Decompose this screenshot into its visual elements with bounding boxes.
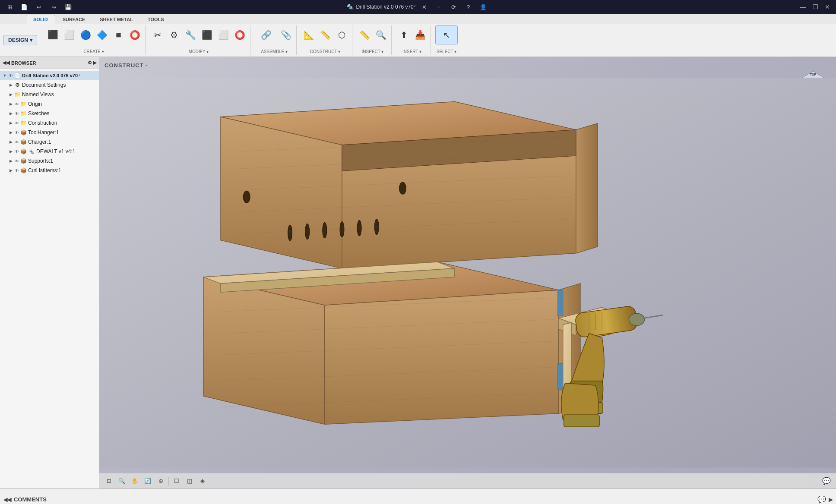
comments-expand-icon[interactable]: ▶ (829, 497, 833, 503)
ribbon: SOLID SURFACE SHEET METAL TOOLS DESIGN ▾… (0, 14, 836, 57)
insert-more-btn[interactable]: 📥 (412, 25, 428, 44)
save-btn[interactable]: 💾 (62, 1, 74, 13)
assemble-more-btn[interactable]: 📎 (278, 25, 294, 44)
browser-settings-icon[interactable]: ⚙ (88, 60, 92, 66)
inspect-interference-btn[interactable]: 🔍 (373, 25, 389, 44)
tree-icon-named-views: 📁 (14, 91, 21, 98)
file-menu-icon[interactable]: 📄 (18, 1, 30, 13)
create-revolve-btn[interactable]: 🔵 (78, 25, 93, 44)
construct-axis-btn[interactable]: 📏 (317, 25, 333, 44)
tree-item-supports[interactable]: ▶ 👁 📦 Supports:1 (0, 156, 99, 166)
inspect-icons: 📏 🔍 (357, 25, 389, 44)
tree-item-doc-settings[interactable]: ▶ ⚙ Document Settings (0, 80, 99, 90)
tree-item-charger[interactable]: ▶ 👁 📦 Charger:1 (0, 137, 99, 147)
tree-arrow-cutlistitems[interactable]: ▶ (8, 167, 14, 173)
more-create-icon: ⭕ (130, 30, 140, 40)
visibility-icon-root[interactable]: 👁 (8, 72, 14, 79)
pan-btn[interactable]: ✋ (129, 476, 141, 487)
tree-item-sketches[interactable]: ▶ 👁 📁 Sketches (0, 109, 99, 118)
create-new-component-btn[interactable]: ⬛ (45, 25, 60, 44)
tree-item-named-views[interactable]: ▶ 📁 Named Views (0, 90, 99, 99)
tree-item-root[interactable]: ▼ 👁 📄 Drill Station v2.0 076 v70 • (0, 71, 99, 80)
insert-icon: ⬆ (400, 30, 408, 40)
modify-chamfer-btn[interactable]: 🔧 (183, 25, 198, 44)
tree-icon-dewalt: 📦 (20, 148, 27, 155)
title-refresh-icon[interactable]: ⟳ (448, 1, 460, 13)
comments-collapse-icon[interactable]: ◀◀ (3, 497, 11, 503)
tree-arrow-root[interactable]: ▼ (2, 72, 8, 79)
maximize-btn[interactable]: ❐ (810, 2, 820, 12)
visibility-icon-cutlistitems[interactable]: 👁 (14, 167, 20, 173)
modify-press-pull-btn[interactable]: ✂ (150, 25, 165, 44)
title-bar-right: — ❐ ✕ (798, 2, 833, 12)
tree-arrow-construction[interactable]: ▶ (8, 120, 14, 126)
zoom-extent-btn[interactable]: ⊕ (155, 476, 167, 487)
construct-plane-btn[interactable]: 📐 (301, 25, 317, 44)
modify-more-btn[interactable]: ⭕ (232, 25, 247, 44)
insert-btn[interactable]: ⬆ (396, 25, 412, 44)
create-sweep-btn[interactable]: 🔷 (94, 25, 110, 44)
visibility-icon-toolhanger[interactable]: 👁 (14, 129, 20, 135)
create-loft-btn[interactable]: ◾ (111, 25, 126, 44)
visibility-icon-construction[interactable]: 👁 (14, 120, 20, 126)
display-mode-btn[interactable]: ☐ (171, 476, 183, 487)
browser-collapse-icon[interactable]: ◀◀ (3, 60, 10, 66)
redo-btn[interactable]: ↪ (48, 1, 60, 13)
modify-scale-btn[interactable]: ⬜ (215, 25, 231, 44)
tree-item-cutlistitems[interactable]: ▶ 👁 📦 CutListItems:1 (0, 166, 99, 175)
tree-item-toolhanger[interactable]: ▶ 👁 📦 ToolHanger:1 (0, 128, 99, 137)
tree-item-origin[interactable]: ▶ 👁 📁 Origin (0, 99, 99, 109)
design-dropdown[interactable]: DESIGN ▾ (3, 35, 37, 45)
title-help-icon[interactable]: ? (462, 1, 475, 13)
visibility-icon-sketches[interactable]: 👁 (14, 110, 20, 117)
title-close-icon[interactable]: ✕ (418, 1, 431, 13)
inspect-measure-btn[interactable]: 📏 (357, 25, 372, 44)
title-add-icon[interactable]: ＋ (433, 1, 445, 13)
tree-arrow-named-views[interactable]: ▶ (8, 91, 14, 98)
create-more-btn[interactable]: ⭕ (127, 25, 142, 44)
comments-add-btn[interactable]: 💬 (817, 495, 826, 504)
visibility-icon-supports[interactable]: 👁 (14, 158, 20, 164)
visual-style-btn[interactable]: ◫ (184, 476, 196, 487)
tree-icon-cutlistitems: 📦 (20, 167, 27, 174)
fit-btn[interactable]: ⊡ (103, 476, 115, 487)
visibility-icon-dewalt[interactable]: 👁 (14, 148, 20, 154)
tree-arrow-doc-settings[interactable]: ▶ (8, 82, 14, 88)
modify-fillet-btn[interactable]: ⚙ (166, 25, 182, 44)
viewport[interactable]: CONSTRUCT - TOP FRONT RIGHT X Y Z NL LEF… (99, 57, 836, 488)
zoom-btn[interactable]: 🔍 (116, 476, 128, 487)
insert-more-icon: 📥 (415, 30, 426, 40)
browser-panel: ◀◀ BROWSER ⚙ ▶ ▼ 👁 📄 Drill Station v2.0 … (0, 57, 99, 488)
tree-arrow-sketches[interactable]: ▶ (8, 110, 14, 117)
comment-viewport-btn[interactable]: 💬 (820, 476, 833, 487)
tree-arrow-supports[interactable]: ▶ (8, 158, 14, 164)
title-user-icon[interactable]: 👤 (477, 1, 489, 13)
tree-item-construction[interactable]: ▶ 👁 📁 Construction (0, 118, 99, 128)
tree-arrow-charger[interactable]: ▶ (8, 139, 14, 145)
close-btn[interactable]: ✕ (822, 2, 833, 12)
tab-solid[interactable]: SOLID (26, 15, 55, 24)
tab-surface[interactable]: SURFACE (55, 15, 93, 24)
construct-point-btn[interactable]: ⬡ (334, 25, 349, 44)
construct-icons: 📐 📏 ⬡ (301, 25, 349, 44)
effects-btn[interactable]: ◈ (196, 476, 209, 487)
browser-expand-icon[interactable]: ▶ (93, 60, 96, 66)
modify-shell-btn[interactable]: ⬛ (199, 25, 215, 44)
minimize-btn[interactable]: — (798, 2, 808, 12)
visibility-icon-charger[interactable]: 👁 (14, 139, 20, 145)
assemble-joint-btn[interactable]: 🔗 (255, 25, 277, 44)
orbit-btn[interactable]: 🔄 (142, 476, 154, 487)
undo-btn[interactable]: ↩ (33, 1, 45, 13)
axis-icon: 📏 (320, 30, 331, 40)
tree-item-dewalt[interactable]: ▶ 👁 📦 🔩 DEWALT v1 v4:1 (0, 147, 99, 156)
chamfer-icon: 🔧 (185, 30, 196, 40)
tab-tools[interactable]: TOOLS (140, 15, 171, 24)
select-btn[interactable]: ↖ (435, 25, 458, 44)
tab-sheet-metal[interactable]: SHEET METAL (92, 15, 140, 24)
visibility-icon-origin[interactable]: 👁 (14, 101, 20, 107)
tree-arrow-toolhanger[interactable]: ▶ (8, 129, 14, 135)
tree-arrow-dewalt[interactable]: ▶ (8, 148, 14, 154)
create-extrude-btn[interactable]: ⬜ (61, 25, 77, 44)
app-menu-icon[interactable]: ⊞ (3, 1, 16, 13)
tree-arrow-origin[interactable]: ▶ (8, 101, 14, 107)
